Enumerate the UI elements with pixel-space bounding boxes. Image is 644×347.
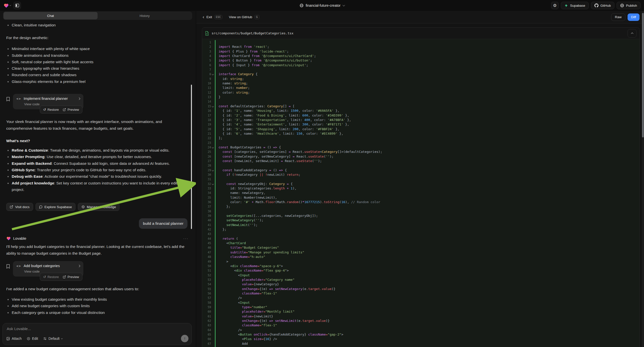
- code-line: 1: [202, 40, 640, 44]
- chat-bubble-icon: [39, 205, 42, 208]
- edit-label: Edit: [32, 336, 38, 340]
- assistant-reply-intro: I'll help you add budget categories to t…: [6, 243, 188, 257]
- code-text: const BudgetCategories = () => {: [216, 145, 281, 150]
- code-text: import React from 'react';: [216, 44, 269, 49]
- fold-spacer: [211, 113, 215, 118]
- next-step-bullet: Debug with Ease: Activate our experiment…: [6, 173, 188, 180]
- project-switcher[interactable]: financial-future-creator: [300, 0, 344, 11]
- supabase-label: Supabase: [570, 4, 585, 8]
- fold-spacer: [211, 328, 215, 332]
- send-button[interactable]: ↑: [181, 335, 188, 342]
- visit-docs-button[interactable]: Visit docs: [6, 203, 33, 211]
- tab-history[interactable]: History: [98, 12, 192, 20]
- fold-caret-icon[interactable]: [211, 72, 215, 76]
- code-scrollbar-track[interactable]: [642, 11, 644, 347]
- next-step-bullet: Refine & Customize: Tweak the design, an…: [6, 147, 188, 154]
- fold-caret-icon[interactable]: [211, 145, 215, 150]
- github-icon: [594, 4, 598, 8]
- code-text: };: [216, 204, 230, 209]
- fold-spacer: [211, 332, 215, 337]
- fold-caret-icon[interactable]: [211, 182, 215, 186]
- line-number: 31: [202, 177, 211, 182]
- lovable-logo-menu[interactable]: [4, 2, 11, 9]
- chevron-down-icon: [342, 4, 345, 6]
- attach-button[interactable]: Attach: [6, 336, 22, 340]
- code-text: import { Button } from '@/components/ui/…: [216, 58, 312, 63]
- supabase-button[interactable]: Supabase: [561, 2, 589, 9]
- line-number: 34: [202, 191, 211, 195]
- supabase-bolt-icon: [564, 4, 568, 8]
- line-number: 35: [202, 196, 211, 200]
- preview-button[interactable]: Preview: [63, 275, 79, 279]
- explore-supabase-button[interactable]: Explore Supabase: [36, 203, 76, 211]
- message-menu-button[interactable]: ···: [183, 236, 188, 240]
- code-text: <Input: [216, 273, 250, 278]
- added-summary: I've added a new budget categories manag…: [6, 286, 188, 292]
- publish-button[interactable]: Publish: [616, 2, 640, 9]
- file-header[interactable]: src/components/budget/BudgetCategories.t…: [202, 28, 640, 39]
- code-line: 12 color: string;: [202, 90, 640, 95]
- chat-bullet: Rounded corners and subtle shadows: [6, 72, 188, 78]
- preview-button[interactable]: Preview: [63, 108, 79, 112]
- diff-toggle-button[interactable]: Diff: [628, 14, 640, 21]
- code-line: 42 };: [202, 227, 640, 232]
- version-card[interactable]: <> Implement financial planner View code…: [13, 94, 84, 109]
- raw-toggle-button[interactable]: Raw: [611, 14, 625, 21]
- settings-button[interactable]: ⚙: [551, 2, 558, 9]
- code-line: 63 className="flex-1": [202, 323, 640, 328]
- fold-spacer: [211, 200, 215, 204]
- code-text: >: [216, 260, 228, 264]
- code-line: 31: [202, 177, 640, 182]
- line-number: 12: [202, 90, 211, 95]
- visit-docs-label: Visit docs: [15, 205, 30, 209]
- collapse-file-button[interactable]: [628, 29, 636, 38]
- chat-bullet: Each category gets a unique color for vi…: [6, 310, 188, 316]
- code-text: name: string;: [216, 81, 248, 86]
- github-button[interactable]: GitHub: [591, 2, 614, 9]
- restore-button[interactable]: ↺ Restore: [43, 108, 59, 112]
- composer-input[interactable]: Ask Lovable...: [7, 326, 188, 331]
- fold-spacer: [211, 223, 215, 227]
- line-number: 23: [202, 141, 211, 145]
- fold-spacer: [211, 318, 215, 323]
- code-line: 66 <Plus size={16} />: [202, 337, 640, 341]
- fold-spacer: [211, 44, 215, 49]
- code-editor: 12import React from 'react';3import { Pl…: [202, 39, 640, 347]
- restore-button[interactable]: ↺ Restore: [43, 275, 59, 279]
- tab-chat[interactable]: Chat: [4, 12, 98, 20]
- file-diff-card: src/components/budget/BudgetCategories.t…: [202, 28, 640, 347]
- code-line: 40 setNewCategory('');: [202, 218, 640, 222]
- code-scrollbar-thumb[interactable]: [642, 13, 644, 138]
- fold-spacer: [211, 95, 215, 99]
- manage-knowledge-button[interactable]: Manage knowledge: [78, 203, 120, 211]
- line-number: 18: [202, 118, 211, 122]
- chevron-up-icon: [631, 32, 633, 35]
- lovable-heart-icon: [6, 236, 11, 240]
- line-number: 48: [202, 255, 211, 259]
- composer[interactable]: Ask Lovable... Attach Edit: [2, 323, 192, 345]
- chat-scrollbar[interactable]: [191, 85, 192, 229]
- code-line: 46 title="Budget Categories": [202, 246, 640, 250]
- line-number: 52: [202, 273, 211, 278]
- bookmark-icon: [6, 264, 10, 269]
- fold-caret-icon[interactable]: [211, 104, 215, 108]
- line-number: 60: [202, 310, 211, 314]
- code-line: 59 type="number": [202, 305, 640, 310]
- line-number: 66: [202, 337, 211, 341]
- line-number: 15: [202, 104, 211, 108]
- mode-select[interactable]: Default: [43, 336, 62, 340]
- code-text: placeholder="Monthly limit": [216, 310, 294, 314]
- line-number: 25: [202, 150, 211, 154]
- code-text: [216, 99, 218, 104]
- line-number: 42: [202, 227, 211, 232]
- fold-spacer: [211, 141, 215, 145]
- edit-button[interactable]: Edit: [27, 336, 38, 340]
- version-card[interactable]: <> Add budget categories View code ↺ Res…: [13, 261, 84, 276]
- fold-caret-icon[interactable]: [211, 168, 215, 172]
- line-number: 54: [202, 282, 211, 286]
- view-on-github-button[interactable]: View on GitHub G: [229, 15, 259, 19]
- sidebar-toggle-button[interactable]: [14, 2, 21, 9]
- code-text: import { Input } from '@/components/ui/i…: [216, 63, 308, 68]
- fold-spacer: [211, 260, 215, 264]
- exit-button[interactable]: ‹ Exit ESC: [203, 15, 222, 19]
